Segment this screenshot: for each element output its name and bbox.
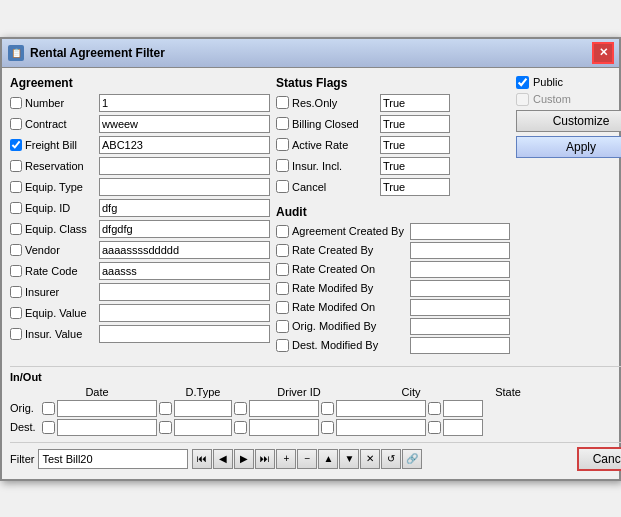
orig-date-checkbox[interactable] [159, 402, 172, 415]
audit-rate-created-on: Rate Created On [276, 261, 510, 278]
rate-code-checkbox[interactable] [10, 265, 22, 277]
cancel-checkbox[interactable] [276, 180, 289, 193]
dest-dtype-input[interactable] [174, 419, 232, 436]
insur-incl-checkbox[interactable] [276, 159, 289, 172]
orig-date-input[interactable] [57, 400, 157, 417]
equip-id-input[interactable] [99, 199, 270, 217]
agreement-created-by-input[interactable] [410, 223, 510, 240]
contract-checkbox[interactable] [10, 118, 22, 130]
res-only-input[interactable] [380, 94, 450, 112]
active-rate-checkbox[interactable] [276, 138, 289, 151]
agreement-created-by-checkbox[interactable] [276, 225, 289, 238]
audit-agreement-created-by: Agreement Created By [276, 223, 510, 240]
cancel-input[interactable] [380, 178, 450, 196]
nav-next-button[interactable]: ▶ [234, 449, 254, 469]
orig-state-input[interactable] [443, 400, 483, 417]
contract-input[interactable] [99, 115, 270, 133]
insur-value-checkbox[interactable] [10, 328, 22, 340]
nav-refresh-button[interactable]: ↺ [381, 449, 401, 469]
nav-remove-button[interactable]: − [297, 449, 317, 469]
reservation-input[interactable] [99, 157, 270, 175]
nav-prev-button[interactable]: ◀ [213, 449, 233, 469]
equip-type-checkbox[interactable] [10, 181, 22, 193]
nav-add-button[interactable]: + [276, 449, 296, 469]
billing-closed-input[interactable] [380, 115, 450, 133]
vendor-input[interactable] [99, 241, 270, 259]
orig-dtype-checkbox[interactable] [234, 402, 247, 415]
rate-modifed-by-input[interactable] [410, 280, 510, 297]
filter-input[interactable] [38, 449, 188, 469]
dest-city-input[interactable] [336, 419, 426, 436]
nav-last-button[interactable]: ⏭ [255, 449, 275, 469]
equip-id-checkbox[interactable] [10, 202, 22, 214]
rate-created-on-checkbox[interactable] [276, 263, 289, 276]
status-insur-incl: Insur. Incl. [276, 157, 510, 175]
orig-checkbox[interactable] [42, 402, 55, 415]
close-button[interactable]: ✕ [593, 43, 613, 63]
nav-up-button[interactable]: ▲ [318, 449, 338, 469]
dest-driver-checkbox[interactable] [321, 421, 334, 434]
cancel-button[interactable]: Cancel [577, 447, 621, 471]
dest-city-checkbox[interactable] [428, 421, 441, 434]
freight-bill-checkbox[interactable] [10, 139, 22, 151]
rate-code-input[interactable] [99, 262, 270, 280]
number-checkbox[interactable] [10, 97, 22, 109]
rate-created-by-input[interactable] [410, 242, 510, 259]
title-bar: 📋 Rental Agreement Filter ✕ [2, 39, 619, 68]
insur-value-input[interactable] [99, 325, 270, 343]
dest-checkbox[interactable] [42, 421, 55, 434]
equip-class-input[interactable] [99, 220, 270, 238]
rate-created-by-checkbox[interactable] [276, 244, 289, 257]
nav-first-button[interactable]: ⏮ [192, 449, 212, 469]
status-cancel: Cancel [276, 178, 510, 196]
field-reservation: Reservation [10, 157, 270, 175]
orig-dtype-input[interactable] [174, 400, 232, 417]
insurer-checkbox[interactable] [10, 286, 22, 298]
rate-created-on-input[interactable] [410, 261, 510, 278]
active-rate-input[interactable] [380, 136, 450, 154]
orig-city-checkbox[interactable] [428, 402, 441, 415]
orig-driver-checkbox[interactable] [321, 402, 334, 415]
dest-modified-by-checkbox[interactable] [276, 339, 289, 352]
nav-bar: ⏮ ◀ ▶ ⏭ + − ▲ ▼ ✕ ↺ 🔗 [192, 449, 422, 469]
custom-label: Custom [533, 93, 571, 105]
orig-driver-input[interactable] [249, 400, 319, 417]
dest-date-input[interactable] [57, 419, 157, 436]
vendor-checkbox[interactable] [10, 244, 22, 256]
equip-type-input[interactable] [99, 178, 270, 196]
rate-modifed-by-checkbox[interactable] [276, 282, 289, 295]
field-number: Number [10, 94, 270, 112]
orig-modified-by-checkbox[interactable] [276, 320, 289, 333]
dest-modified-by-input[interactable] [410, 337, 510, 354]
dest-driver-input[interactable] [249, 419, 319, 436]
insur-incl-input[interactable] [380, 157, 450, 175]
dest-dtype-checkbox[interactable] [234, 421, 247, 434]
status-billing-closed: Billing Closed [276, 115, 510, 133]
number-input[interactable] [99, 94, 270, 112]
billing-closed-checkbox[interactable] [276, 117, 289, 130]
reservation-checkbox[interactable] [10, 160, 22, 172]
equip-value-input[interactable] [99, 304, 270, 322]
freight-bill-input[interactable] [99, 136, 270, 154]
rate-modifed-on-checkbox[interactable] [276, 301, 289, 314]
nav-down-button[interactable]: ▼ [339, 449, 359, 469]
apply-button[interactable]: Apply [516, 136, 621, 158]
customize-button[interactable]: Customize [516, 110, 621, 132]
insurer-input[interactable] [99, 283, 270, 301]
audit-rate-modifed-by: Rate Modifed By [276, 280, 510, 297]
equip-value-checkbox[interactable] [10, 307, 22, 319]
res-only-checkbox[interactable] [276, 96, 289, 109]
public-checkbox[interactable] [516, 76, 529, 89]
dest-date-checkbox[interactable] [159, 421, 172, 434]
rate-modifed-on-input[interactable] [410, 299, 510, 316]
dest-state-input[interactable] [443, 419, 483, 436]
orig-modified-by-input[interactable] [410, 318, 510, 335]
custom-checkbox[interactable] [516, 93, 529, 106]
nav-link-button[interactable]: 🔗 [402, 449, 422, 469]
equip-class-checkbox[interactable] [10, 223, 22, 235]
nav-clear-button[interactable]: ✕ [360, 449, 380, 469]
status-flags-label: Status Flags [276, 76, 510, 90]
dtype-header: D.Type [169, 386, 237, 398]
orig-city-input[interactable] [336, 400, 426, 417]
audit-section-label: Audit [276, 205, 510, 219]
